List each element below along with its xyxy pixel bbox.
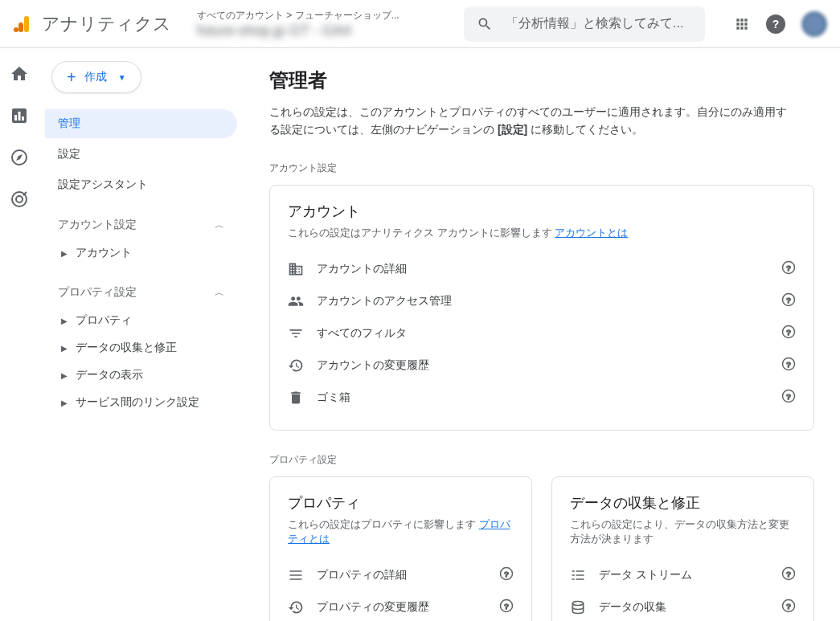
svg-point-9 xyxy=(16,196,23,202)
nav-sub-account[interactable]: ▶ アカウント xyxy=(45,239,237,267)
svg-rect-1 xyxy=(18,22,23,32)
search-input[interactable]: 「分析情報」と検索してみて... xyxy=(464,6,705,42)
icon-rail xyxy=(0,48,39,621)
svg-point-26 xyxy=(572,601,583,605)
nav-sub-data-collection[interactable]: ▶データの収集と修正 xyxy=(45,334,237,362)
card-title: アカウント xyxy=(288,202,796,221)
svg-text:?: ? xyxy=(786,392,791,401)
svg-rect-0 xyxy=(24,16,29,32)
avatar[interactable] xyxy=(801,11,827,37)
history-icon xyxy=(288,357,317,374)
svg-text:?: ? xyxy=(504,570,509,578)
svg-rect-4 xyxy=(14,115,17,121)
nav-item-admin[interactable]: 管理 xyxy=(45,109,237,138)
people-icon xyxy=(288,293,317,309)
help-icon[interactable]: ? xyxy=(781,292,796,310)
link-account-info[interactable]: アカウントとは xyxy=(555,227,628,239)
content-area: 管理者 これらの設定は、このアカウントとプロパティのすべてのユーザーに適用されま… xyxy=(244,48,840,621)
explore-icon[interactable] xyxy=(10,148,29,167)
help-icon[interactable]: ? xyxy=(781,566,796,584)
help-icon[interactable]: ? xyxy=(499,566,514,584)
business-icon xyxy=(288,261,317,277)
reports-icon[interactable] xyxy=(10,106,29,125)
breadcrumb-current: future-shop.jp GT - GA4 xyxy=(197,22,438,39)
help-icon[interactable]: ? xyxy=(781,325,796,342)
svg-point-2 xyxy=(14,27,18,32)
search-placeholder: 「分析情報」と検索してみて... xyxy=(506,15,683,32)
breadcrumb-path: すべてのアカウント > フューチャーショップ... xyxy=(197,9,438,22)
row-property-history[interactable]: プロパティの変更履歴 ? xyxy=(288,591,514,621)
svg-rect-5 xyxy=(18,112,21,121)
svg-text:?: ? xyxy=(786,570,791,578)
card-account: アカウント これらの設定はアナリティクス アカウントに影響します アカウントとは… xyxy=(269,185,814,431)
chevron-down-icon: ▼ xyxy=(118,73,126,82)
caret-right-icon: ▶ xyxy=(61,344,68,353)
database-icon xyxy=(570,599,599,615)
row-data-streams[interactable]: データ ストリーム ? xyxy=(570,559,796,591)
help-icon[interactable]: ? xyxy=(781,357,796,374)
analytics-logo-icon xyxy=(13,14,32,34)
card-description: これらの設定はアナリティクス アカウントに影響します アカウントとは xyxy=(288,226,796,240)
nav-sub-product-links[interactable]: ▶サービス間のリンク設定 xyxy=(45,389,237,416)
trash-icon xyxy=(288,390,317,406)
filter-icon xyxy=(288,325,317,341)
svg-text:?: ? xyxy=(786,360,791,369)
caret-right-icon: ▶ xyxy=(61,249,68,258)
caret-right-icon: ▶ xyxy=(61,371,68,380)
home-icon[interactable] xyxy=(10,64,29,84)
help-icon[interactable]: ? xyxy=(781,599,796,616)
history-icon xyxy=(288,599,317,615)
row-property-details[interactable]: プロパティの詳細 ? xyxy=(288,559,514,591)
advertising-icon[interactable] xyxy=(10,190,29,209)
nav-sub-property[interactable]: ▶プロパティ xyxy=(45,307,237,334)
svg-rect-6 xyxy=(22,116,24,121)
create-button[interactable]: + 作成 ▼ xyxy=(51,61,141,93)
card-description: これらの設定により、データの収集方法と変更方法が決まります xyxy=(570,517,796,546)
help-icon[interactable]: ? xyxy=(781,389,796,407)
nav-item-settings[interactable]: 設定 xyxy=(45,140,237,169)
stream-icon xyxy=(570,567,599,583)
row-account-details[interactable]: アカウントの詳細 ? xyxy=(288,253,796,285)
svg-text:?: ? xyxy=(504,602,509,611)
help-icon[interactable]: ? xyxy=(499,599,514,616)
breadcrumb[interactable]: すべてのアカウント > フューチャーショップ... future-shop.jp… xyxy=(197,9,438,39)
row-all-filters[interactable]: すべてのフィルタ ? xyxy=(288,317,796,349)
card-data-collection: データの収集と修正 これらの設定により、データの収集方法と変更方法が決まります … xyxy=(551,476,814,621)
help-icon[interactable]: ? xyxy=(766,14,785,34)
section-label-account: アカウント設定 xyxy=(269,161,814,175)
card-title: データの収集と修正 xyxy=(570,493,796,513)
details-icon xyxy=(288,567,317,583)
product-name: アナリティクス xyxy=(42,12,171,36)
svg-text:?: ? xyxy=(786,602,791,611)
row-data-collection[interactable]: データの収集 ? xyxy=(570,591,796,621)
caret-right-icon: ▶ xyxy=(61,398,68,407)
chevron-up-icon: ︿ xyxy=(215,219,224,232)
card-title: プロパティ xyxy=(288,493,514,513)
caret-right-icon: ▶ xyxy=(61,317,68,325)
nav-sub-data-display[interactable]: ▶データの表示 xyxy=(45,362,237,389)
nav-section-property[interactable]: プロパティ設定 ︿ xyxy=(45,278,237,307)
nav-section-account[interactable]: アカウント設定 ︿ xyxy=(45,210,237,239)
svg-text:?: ? xyxy=(786,328,791,337)
app-header: アナリティクス すべてのアカウント > フューチャーショップ... future… xyxy=(0,0,840,48)
section-label-property: プロパティ設定 xyxy=(269,453,814,467)
page-description: これらの設定は、このアカウントとプロパティのすべてのユーザーに適用されます。自分… xyxy=(269,103,792,139)
row-account-history[interactable]: アカウントの変更履歴 ? xyxy=(288,349,796,382)
card-description: これらの設定はプロパティに影響します プロパティとは xyxy=(288,517,514,546)
create-button-label: 作成 xyxy=(84,70,107,84)
apps-icon[interactable] xyxy=(734,16,750,32)
card-property: プロパティ これらの設定はプロパティに影響します プロパティとは プロパティの詳… xyxy=(269,476,532,621)
left-nav: + 作成 ▼ 管理 設定 設定アシスタント アカウント設定 ︿ ▶ アカウント … xyxy=(39,48,244,621)
svg-text:?: ? xyxy=(786,296,791,304)
svg-text:?: ? xyxy=(786,264,791,272)
page-title: 管理者 xyxy=(269,67,814,93)
row-account-access[interactable]: アカウントのアクセス管理 ? xyxy=(288,285,796,317)
search-icon xyxy=(477,16,493,32)
nav-item-setup-assistant[interactable]: 設定アシスタント xyxy=(45,170,237,199)
chevron-up-icon: ︿ xyxy=(215,286,224,300)
logo-area: アナリティクス xyxy=(13,12,171,36)
help-icon[interactable]: ? xyxy=(781,260,796,278)
row-trash[interactable]: ゴミ箱 ? xyxy=(288,382,796,414)
plus-icon: + xyxy=(67,68,76,87)
